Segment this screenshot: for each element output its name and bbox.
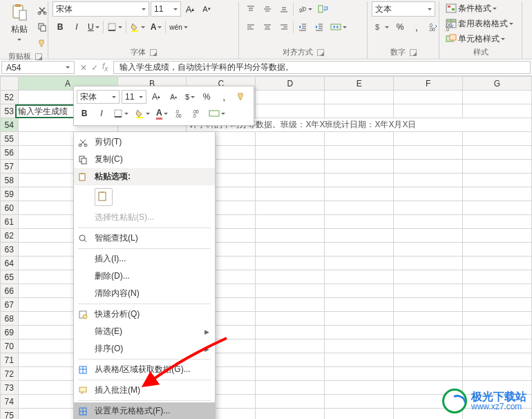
- cell[interactable]: [463, 367, 532, 381]
- row-header[interactable]: 56: [1, 146, 19, 160]
- cell[interactable]: [394, 284, 463, 298]
- cell[interactable]: [394, 326, 463, 339]
- mini-accounting-button[interactable]: $: [183, 89, 197, 104]
- cell[interactable]: [325, 229, 394, 243]
- cell[interactable]: [256, 187, 325, 201]
- cell[interactable]: [325, 215, 394, 229]
- cell[interactable]: [394, 146, 463, 160]
- cell[interactable]: [256, 91, 325, 104]
- align-center-button[interactable]: [260, 19, 275, 35]
- cell[interactable]: [463, 104, 532, 118]
- column-header[interactable]: D: [256, 77, 325, 91]
- align-right-button[interactable]: [276, 19, 292, 35]
- column-header[interactable]: E: [325, 77, 394, 91]
- cell[interactable]: [463, 243, 532, 257]
- format-painter-button[interactable]: [35, 36, 50, 51]
- cell[interactable]: [256, 326, 325, 339]
- cell[interactable]: [325, 367, 394, 381]
- cell[interactable]: [463, 270, 532, 284]
- cell[interactable]: [256, 381, 325, 395]
- ctx-format-cells[interactable]: 设置单元格格式(F)...: [74, 402, 215, 419]
- cell[interactable]: [463, 201, 532, 215]
- name-box[interactable]: A54: [1, 61, 75, 74]
- cell[interactable]: [256, 201, 325, 215]
- border-button[interactable]: [105, 19, 124, 35]
- row-header[interactable]: 68: [1, 312, 19, 326]
- wrap-text-button[interactable]: [316, 1, 331, 17]
- cell[interactable]: [394, 187, 463, 201]
- row-header[interactable]: 67: [1, 298, 19, 312]
- cell[interactable]: [256, 174, 325, 187]
- mini-size-combo[interactable]: 11: [122, 90, 146, 104]
- fx-icon[interactable]: fx: [102, 62, 108, 73]
- phonetic-button[interactable]: wén: [167, 19, 189, 35]
- cancel-formula-icon[interactable]: ✕: [80, 63, 87, 73]
- cell[interactable]: [325, 312, 394, 326]
- align-middle-button[interactable]: [260, 1, 275, 17]
- cell[interactable]: [325, 326, 394, 339]
- column-header[interactable]: F: [394, 77, 463, 91]
- cell[interactable]: [394, 215, 463, 229]
- cell[interactable]: [463, 174, 532, 187]
- cell[interactable]: [394, 257, 463, 270]
- mini-font-color[interactable]: A: [154, 106, 170, 121]
- orientation-button[interactable]: ab: [295, 1, 314, 17]
- cell-styles-button[interactable]: 单元格样式: [444, 32, 507, 46]
- cell[interactable]: [325, 201, 394, 215]
- mini-dec-decimal[interactable]: .00.0: [189, 106, 205, 121]
- cell[interactable]: [325, 91, 394, 104]
- row-header[interactable]: 65: [1, 270, 19, 284]
- cell[interactable]: [256, 367, 325, 381]
- row-header[interactable]: 54: [1, 118, 19, 132]
- decrease-indent-button[interactable]: [295, 19, 310, 35]
- cell[interactable]: [463, 326, 532, 339]
- cell[interactable]: [325, 284, 394, 298]
- cell[interactable]: [256, 312, 325, 326]
- cell[interactable]: [256, 409, 325, 420]
- mini-fill-color[interactable]: [133, 106, 152, 121]
- align-top-button[interactable]: [243, 1, 258, 17]
- row-header[interactable]: 55: [1, 132, 19, 146]
- cell[interactable]: [325, 270, 394, 284]
- dialog-launcher-icon[interactable]: [150, 49, 157, 56]
- ctx-insert[interactable]: 插入(I)...: [74, 250, 215, 268]
- row-header[interactable]: 66: [1, 284, 19, 298]
- row-header[interactable]: 64: [1, 257, 19, 270]
- cell[interactable]: [463, 132, 532, 146]
- cell[interactable]: [463, 339, 532, 353]
- column-header[interactable]: G: [463, 77, 532, 91]
- cell[interactable]: [325, 146, 394, 160]
- cell[interactable]: [256, 395, 325, 409]
- cell[interactable]: [394, 312, 463, 326]
- decrease-font-button[interactable]: A▾: [199, 1, 214, 17]
- ctx-delete[interactable]: 删除(D)...: [74, 268, 215, 285]
- row-header[interactable]: 60: [1, 201, 19, 215]
- cell[interactable]: [325, 298, 394, 312]
- cell[interactable]: [463, 284, 532, 298]
- row-header[interactable]: 57: [1, 160, 19, 174]
- font-name-combo[interactable]: 宋体: [53, 1, 149, 17]
- cell[interactable]: [394, 353, 463, 367]
- ctx-smart-lookup[interactable]: 智能查找(L): [74, 230, 215, 247]
- cell[interactable]: [256, 160, 325, 174]
- italic-button[interactable]: I: [69, 19, 84, 35]
- cell[interactable]: [394, 174, 463, 187]
- cell[interactable]: [325, 160, 394, 174]
- cell[interactable]: [463, 257, 532, 270]
- ctx-insert-comment[interactable]: 插入批注(M): [74, 382, 215, 399]
- ctx-sort[interactable]: 排序(O)▶: [74, 340, 215, 357]
- dialog-launcher-icon[interactable]: [35, 53, 42, 60]
- row-header[interactable]: 72: [1, 367, 19, 381]
- dialog-launcher-icon[interactable]: [410, 49, 417, 56]
- increase-indent-button[interactable]: [312, 19, 327, 35]
- cell[interactable]: [256, 284, 325, 298]
- mini-percent-button[interactable]: %: [199, 89, 214, 104]
- cell[interactable]: [463, 353, 532, 367]
- cell[interactable]: [256, 243, 325, 257]
- cell[interactable]: [325, 174, 394, 187]
- format-as-table-button[interactable]: 套用表格格式: [444, 17, 515, 30]
- cell[interactable]: [463, 187, 532, 201]
- cell[interactable]: [325, 257, 394, 270]
- row-header[interactable]: 70: [1, 339, 19, 353]
- bold-button[interactable]: B: [53, 19, 68, 35]
